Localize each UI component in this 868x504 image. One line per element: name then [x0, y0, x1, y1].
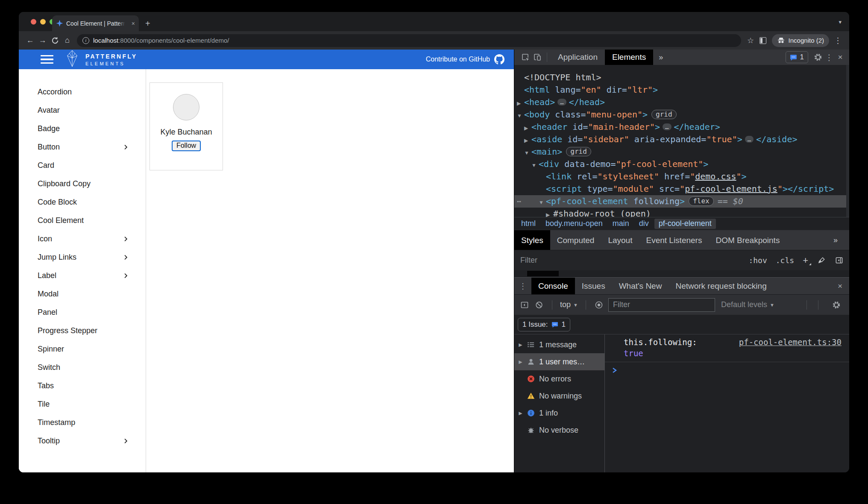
console-tab-console[interactable]: Console: [531, 278, 575, 295]
breadcrumb-body-menu-open[interactable]: body.menu-open: [541, 219, 607, 229]
rendering-brush-icon[interactable]: [818, 256, 826, 264]
expand-ellipsis-button[interactable]: …: [557, 99, 566, 105]
devtools-tab-application[interactable]: Application: [551, 50, 605, 65]
contribute-link[interactable]: Contribute on GitHub: [426, 54, 504, 64]
sidebar-item-timestamp[interactable]: Timestamp: [19, 413, 146, 432]
devtools-kebab-menu-icon[interactable]: ⋮: [824, 53, 835, 62]
new-style-rule-button[interactable]: +: [803, 255, 808, 266]
bookmark-star-icon[interactable]: ☆: [745, 34, 757, 47]
dom-tree-line[interactable]: <html lang="en" dir="ltr">: [514, 84, 849, 96]
sidebar-item-tile[interactable]: Tile: [19, 395, 146, 413]
minimize-window-button[interactable]: [40, 19, 46, 24]
styles-tab-styles[interactable]: Styles: [514, 230, 550, 250]
browser-tab[interactable]: Cool Element | PatternFly Eleme ×: [52, 15, 139, 31]
device-toolbar-icon[interactable]: [531, 51, 543, 63]
console-filter-no-verbose[interactable]: No verbose: [514, 422, 604, 439]
dom-tree-line[interactable]: <link rel="stylesheet" href="demo.css">: [514, 170, 849, 183]
console-settings-gear-icon[interactable]: [831, 301, 842, 309]
sidebar-item-icon[interactable]: Icon: [19, 230, 146, 248]
console-filter-1-message[interactable]: ▶1 message: [514, 336, 604, 353]
styles-tab-computed[interactable]: Computed: [550, 230, 601, 250]
site-info-icon[interactable]: i: [82, 37, 89, 44]
breadcrumb-main[interactable]: main: [608, 219, 633, 229]
issues-summary-chip[interactable]: 1 Issue: 1: [518, 318, 570, 331]
pseudo-state-toggle[interactable]: :hov: [748, 256, 767, 265]
new-tab-button[interactable]: +: [145, 19, 150, 28]
styles-tab-layout[interactable]: Layout: [601, 230, 639, 250]
sidebar-item-panel[interactable]: Panel: [19, 303, 146, 322]
styles-filter-input[interactable]: Filter: [520, 256, 740, 265]
clear-console-icon[interactable]: [534, 301, 544, 309]
sidebar-item-accordion[interactable]: Accordion: [19, 83, 146, 101]
more-panels-icon[interactable]: »: [653, 53, 669, 62]
dom-tree-line[interactable]: ▼<body class="menu-open">grid: [514, 108, 849, 121]
dock-styles-sidebar-icon[interactable]: [835, 256, 843, 264]
console-filter-1-info[interactable]: ▶1 info: [514, 404, 604, 422]
sidebar-item-cool-element[interactable]: Cool Element: [19, 211, 146, 230]
log-source-link[interactable]: pf-cool-element.ts:30: [739, 337, 842, 348]
expand-arrow-icon[interactable]: ▶: [518, 410, 523, 416]
expand-arrow-icon[interactable]: ▶: [517, 97, 524, 110]
forward-icon[interactable]: →: [36, 34, 49, 47]
execution-context-selector[interactable]: top▼: [560, 300, 578, 309]
collapse-arrow-icon[interactable]: ▼: [524, 147, 531, 159]
sidebar-item-tooltip[interactable]: Tooltip: [19, 432, 146, 450]
layout-badge[interactable]: flex: [689, 196, 714, 206]
expand-arrow-icon[interactable]: ▶: [546, 209, 553, 217]
close-window-button[interactable]: [31, 19, 36, 24]
sidebar-item-label[interactable]: Label: [19, 267, 146, 285]
layout-badge[interactable]: grid: [566, 147, 591, 156]
breadcrumb-div[interactable]: div: [635, 219, 653, 229]
dom-tree-line[interactable]: ▼<main>grid: [514, 146, 849, 158]
collapse-arrow-icon[interactable]: ▼: [539, 196, 546, 209]
back-icon[interactable]: ←: [24, 34, 36, 47]
tab-close-icon[interactable]: ×: [132, 21, 135, 26]
collapse-arrow-icon[interactable]: ▼: [517, 110, 524, 122]
console-log-row[interactable]: this.following: true pf-cool-element.ts:…: [605, 334, 849, 362]
console-tab-issues[interactable]: Issues: [575, 278, 612, 295]
brand-wordmark[interactable]: PATTERNFLY ELEMENTS: [85, 53, 137, 66]
dom-tree-line[interactable]: ▶<aside id="sidebar" aria-expanded="true…: [514, 133, 849, 146]
sidebar-item-tabs[interactable]: Tabs: [19, 377, 146, 395]
expand-ellipsis-button[interactable]: …: [663, 123, 671, 130]
console-sidebar-toggle-icon[interactable]: [519, 301, 530, 309]
dom-tree-line[interactable]: ▶#shadow-root (open): [514, 208, 849, 217]
split-view-icon[interactable]: [757, 34, 769, 47]
console-tab-what-s-new[interactable]: What's New: [612, 278, 669, 295]
console-filter-no-errors[interactable]: No errors: [514, 370, 604, 387]
dom-tree-line[interactable]: ▼<div data-demo="pf-cool-element">: [514, 158, 849, 170]
expand-arrow-icon[interactable]: ▶: [518, 342, 523, 348]
breadcrumb-html[interactable]: html: [517, 219, 540, 229]
dom-tree-line[interactable]: <script type="module" src="pf-cool-eleme…: [514, 183, 849, 195]
layout-badge[interactable]: grid: [651, 110, 677, 119]
sidebar-item-avatar[interactable]: Avatar: [19, 101, 146, 120]
inspect-element-icon[interactable]: [519, 51, 531, 63]
expand-arrow-icon[interactable]: ▶: [518, 359, 523, 365]
sidebar-item-code-block[interactable]: Code Block: [19, 193, 146, 211]
url-text[interactable]: localhost:8000/components/cool-element/d…: [93, 37, 229, 44]
console-filter-no-warnings[interactable]: No warnings: [514, 387, 604, 404]
sidebar-item-switch[interactable]: Switch: [19, 358, 146, 377]
breadcrumb-pf-cool-element[interactable]: pf-cool-element: [654, 219, 716, 229]
styles-tab-event-listeners[interactable]: Event Listeners: [639, 230, 709, 250]
sidebar-item-modal[interactable]: Modal: [19, 285, 146, 303]
issues-counter-badge[interactable]: 1: [786, 51, 808, 63]
expand-ellipsis-button[interactable]: …: [745, 136, 754, 143]
resource-link[interactable]: demo.css: [695, 171, 736, 182]
expand-arrow-icon[interactable]: ▶: [524, 135, 531, 147]
element-classes-toggle[interactable]: .cls: [776, 256, 794, 265]
sidebar-item-jump-links[interactable]: Jump Links: [19, 248, 146, 267]
console-kebab-menu-icon[interactable]: ⋮: [514, 281, 531, 291]
console-drawer-close-icon[interactable]: ×: [838, 281, 842, 291]
reload-icon[interactable]: [49, 34, 61, 47]
dom-tree-line[interactable]: <!DOCTYPE html>: [514, 71, 849, 84]
devtools-settings-gear-icon[interactable]: [812, 53, 824, 62]
dom-tree-line[interactable]: ⋯▼<pf-cool-element following>flex== $0: [514, 195, 849, 208]
console-tab-network-request-blocking[interactable]: Network request blocking: [669, 278, 773, 295]
console-filter-input[interactable]: Filter: [608, 298, 715, 312]
sidebar-item-progress-stepper[interactable]: Progress Stepper: [19, 322, 146, 340]
tab-search-chevron-icon[interactable]: ▾: [839, 18, 842, 25]
live-expression-eye-icon[interactable]: [594, 301, 604, 309]
log-levels-dropdown[interactable]: Default levels▼: [721, 300, 774, 309]
expand-arrow-icon[interactable]: ▶: [524, 122, 531, 135]
